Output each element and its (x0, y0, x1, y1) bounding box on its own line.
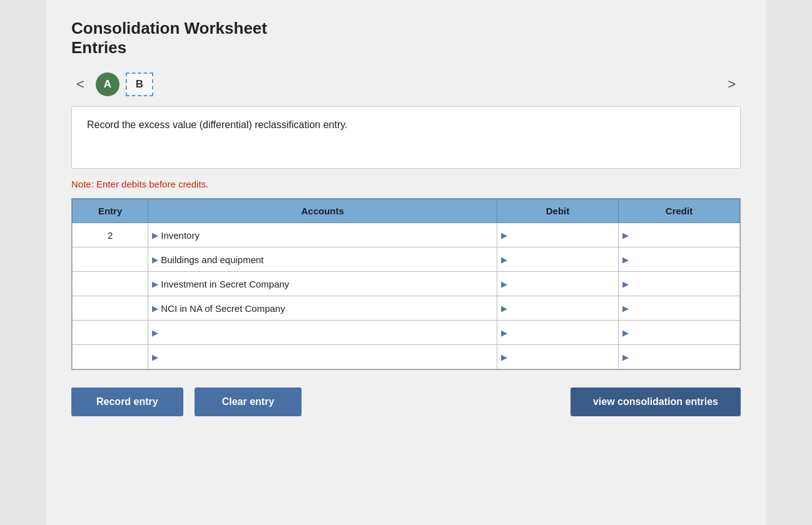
table-row: ▶▶▶ (73, 321, 740, 345)
row-arrow-icon: ▶ (152, 279, 158, 289)
table-wrapper: Entry Accounts Debit Credit 2▶Inventory▶… (71, 198, 741, 370)
account-name: Inventory (161, 230, 200, 241)
account-cell-wrapper[interactable]: ▶Buildings and equipment (148, 248, 497, 272)
entry-cell (73, 296, 148, 321)
entry-cell (73, 321, 148, 345)
account-cell-wrapper[interactable]: ▶ (148, 321, 497, 345)
debit-cell[interactable]: ▶ (497, 248, 619, 272)
debit-cell[interactable]: ▶ (497, 223, 619, 248)
debit-cell[interactable]: ▶ (497, 296, 619, 321)
credit-cell[interactable]: ▶ (619, 272, 740, 296)
button-row: Record entry Clear entry view consolidat… (71, 388, 741, 416)
credit-arrow-icon: ▶ (622, 304, 629, 313)
table-row: ▶Investment in Secret Company▶▶ (73, 272, 740, 296)
row-arrow-icon: ▶ (152, 231, 158, 240)
col-header-accounts: Accounts (148, 199, 497, 223)
debit-arrow-icon: ▶ (501, 255, 507, 264)
credit-arrow-icon: ▶ (622, 231, 629, 240)
nav-row: < A B > (71, 72, 741, 96)
credit-arrow-icon: ▶ (622, 352, 629, 362)
account-cell-wrapper[interactable]: ▶Investment in Secret Company (148, 272, 497, 296)
entry-cell (73, 345, 148, 369)
instruction-box: Record the excess value (differential) r… (71, 106, 741, 169)
credit-cell[interactable]: ▶ (619, 321, 740, 345)
debit-arrow-icon: ▶ (501, 328, 507, 338)
row-arrow-icon: ▶ (152, 352, 158, 362)
account-name: Investment in Secret Company (161, 279, 289, 289)
debit-cell[interactable]: ▶ (497, 272, 619, 296)
account-cell-wrapper[interactable]: ▶ (148, 345, 497, 369)
view-consolidation-button[interactable]: view consolidation entries (571, 388, 741, 416)
debit-arrow-icon: ▶ (501, 304, 507, 313)
entry-cell (73, 248, 148, 272)
account-name: NCI in NA of Secret Company (161, 303, 285, 314)
credit-cell[interactable]: ▶ (619, 248, 740, 272)
account-cell-wrapper[interactable]: ▶Inventory (148, 223, 497, 248)
entries-table: Entry Accounts Debit Credit 2▶Inventory▶… (72, 199, 740, 369)
debit-arrow-icon: ▶ (501, 279, 507, 289)
page-title: Consolidation Worksheet Entries (71, 19, 741, 58)
credit-cell[interactable]: ▶ (619, 296, 740, 321)
col-header-credit: Credit (619, 199, 740, 223)
next-arrow[interactable]: > (723, 74, 741, 95)
credit-arrow-icon: ▶ (622, 255, 629, 264)
badge-a[interactable]: A (96, 72, 119, 96)
table-row: ▶▶▶ (73, 345, 740, 369)
credit-cell[interactable]: ▶ (619, 223, 740, 248)
debit-cell[interactable]: ▶ (497, 321, 619, 345)
page-container: Consolidation Worksheet Entries < A B > … (46, 0, 766, 525)
prev-arrow[interactable]: < (71, 74, 89, 95)
table-row: 2▶Inventory▶▶ (73, 223, 740, 248)
credit-arrow-icon: ▶ (622, 279, 629, 289)
debit-arrow-icon: ▶ (501, 352, 507, 362)
instruction-text: Record the excess value (differential) r… (87, 119, 725, 131)
clear-entry-button[interactable]: Clear entry (195, 388, 302, 416)
entry-cell: 2 (73, 223, 148, 248)
table-row: ▶NCI in NA of Secret Company▶▶ (73, 296, 740, 321)
note-text: Note: Enter debits before credits. (71, 179, 741, 189)
row-arrow-icon: ▶ (152, 304, 158, 313)
debit-cell[interactable]: ▶ (497, 345, 619, 369)
entry-cell (73, 272, 148, 296)
account-cell-wrapper[interactable]: ▶NCI in NA of Secret Company (148, 296, 497, 321)
credit-cell[interactable]: ▶ (619, 345, 740, 369)
col-header-entry: Entry (73, 199, 148, 223)
badge-b[interactable]: B (126, 72, 153, 96)
row-arrow-icon: ▶ (152, 328, 158, 338)
table-row: ▶Buildings and equipment▶▶ (73, 248, 740, 272)
record-entry-button[interactable]: Record entry (71, 388, 183, 416)
col-header-debit: Debit (497, 199, 619, 223)
credit-arrow-icon: ▶ (622, 328, 629, 338)
row-arrow-icon: ▶ (152, 255, 158, 264)
debit-arrow-icon: ▶ (501, 231, 507, 240)
account-name: Buildings and equipment (161, 254, 263, 265)
